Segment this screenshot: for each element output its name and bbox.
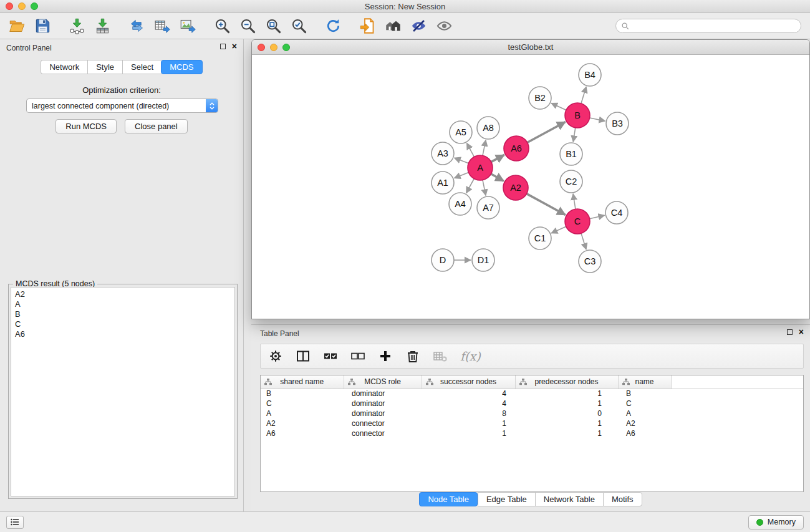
network-node-A8[interactable]: A8 bbox=[477, 117, 499, 139]
network-node-A2[interactable]: A2 bbox=[503, 175, 528, 200]
select-all-icon[interactable] bbox=[323, 349, 338, 364]
network-node-A3[interactable]: A3 bbox=[432, 142, 454, 165]
function-builder-icon[interactable]: f(x) bbox=[460, 349, 481, 363]
network-edge-B-B3[interactable] bbox=[590, 118, 605, 121]
add-column-icon[interactable] bbox=[378, 349, 393, 364]
network-close-button[interactable] bbox=[258, 44, 265, 51]
network-edge-A-A7[interactable] bbox=[483, 180, 486, 196]
network-node-B1[interactable]: B1 bbox=[560, 143, 582, 165]
network-node-B[interactable]: B bbox=[565, 103, 590, 128]
network-edge-C-C1[interactable] bbox=[551, 226, 566, 233]
network-edge-C-C2[interactable] bbox=[573, 194, 576, 209]
save-session-icon[interactable] bbox=[34, 17, 51, 34]
table-cell[interactable]: A bbox=[618, 409, 671, 418]
close-window-button[interactable] bbox=[6, 2, 13, 10]
network-node-D1[interactable]: D1 bbox=[472, 249, 494, 271]
table-cell[interactable]: 1 bbox=[422, 428, 515, 438]
network-node-D[interactable]: D bbox=[432, 249, 454, 271]
network-edge-B-B2[interactable] bbox=[551, 104, 566, 110]
import-network-icon[interactable] bbox=[69, 17, 85, 34]
float-panel-icon[interactable] bbox=[220, 44, 226, 49]
table-cell[interactable]: connector bbox=[344, 418, 422, 428]
network-edge-B-B1[interactable] bbox=[573, 128, 576, 142]
mcds-result-item[interactable]: C bbox=[11, 319, 234, 329]
network-node-A4[interactable]: A4 bbox=[449, 193, 471, 215]
network-edge-B-B4[interactable] bbox=[581, 87, 586, 104]
table-cell[interactable]: 1 bbox=[515, 389, 618, 399]
minimize-window-button[interactable] bbox=[18, 2, 26, 10]
zoom-window-button[interactable] bbox=[31, 2, 38, 10]
close-panel-icon[interactable]: × bbox=[232, 44, 237, 49]
task-history-button[interactable] bbox=[6, 516, 24, 529]
close-panel-button[interactable]: Close panel bbox=[125, 119, 188, 133]
table-cell[interactable]: A2 bbox=[618, 418, 671, 428]
float-table-panel-icon[interactable] bbox=[787, 329, 793, 335]
network-edge-A-A5[interactable] bbox=[467, 143, 475, 157]
criterion-dropdown[interactable]: largest connected component (directed) bbox=[26, 99, 218, 113]
delete-table-icon[interactable] bbox=[433, 349, 448, 364]
network-node-A1[interactable]: A1 bbox=[432, 172, 454, 194]
table-cell[interactable]: 8 bbox=[422, 409, 515, 418]
export-image-icon[interactable] bbox=[180, 17, 196, 34]
network-edge-A-A1[interactable] bbox=[455, 172, 469, 178]
column-header-successor-nodes[interactable]: successor nodes bbox=[422, 375, 515, 389]
export-network-icon[interactable] bbox=[128, 17, 145, 34]
mcds-result-item[interactable]: A bbox=[11, 299, 234, 309]
network-minimize-button[interactable] bbox=[270, 44, 277, 51]
delete-icon[interactable] bbox=[405, 349, 420, 364]
refresh-icon[interactable] bbox=[325, 17, 342, 34]
table-row[interactable]: A2connector11A2 bbox=[261, 418, 803, 428]
tab-edge-table[interactable]: Edge Table bbox=[478, 492, 535, 506]
tab-select[interactable]: Select bbox=[122, 60, 162, 74]
zoom-out-icon[interactable] bbox=[239, 17, 256, 34]
table-cell[interactable]: C bbox=[618, 399, 671, 409]
table-cell[interactable]: C bbox=[261, 399, 344, 409]
network-node-A6[interactable]: A6 bbox=[504, 136, 529, 161]
network-edge-A-A6[interactable] bbox=[491, 155, 504, 162]
tab-network-table[interactable]: Network Table bbox=[535, 492, 603, 506]
memory-button[interactable]: Memory bbox=[748, 515, 804, 530]
network-zoom-button[interactable] bbox=[282, 44, 290, 51]
table-cell[interactable]: 1 bbox=[515, 428, 618, 438]
column-header-shared-name[interactable]: shared name bbox=[261, 375, 344, 389]
tab-motifs[interactable]: Motifs bbox=[603, 492, 642, 506]
network-graph[interactable]: B4B2BB3A5A8A6A3B1AC2A1A2A4A7C4CC1DD1C3 bbox=[252, 55, 809, 319]
run-mcds-button[interactable]: Run MCDS bbox=[55, 119, 117, 133]
mcds-result-item[interactable]: A6 bbox=[11, 329, 234, 339]
table-row[interactable]: Adominator80A bbox=[261, 409, 803, 418]
network-node-C2[interactable]: C2 bbox=[560, 170, 582, 193]
table-cell[interactable]: dominator bbox=[344, 399, 422, 409]
table-cell[interactable]: A bbox=[261, 409, 344, 418]
network-edge-A-A4[interactable] bbox=[466, 179, 475, 193]
network-edge-C-C4[interactable] bbox=[590, 215, 605, 218]
table-row[interactable]: A6connector11A6 bbox=[261, 428, 803, 438]
network-node-C3[interactable]: C3 bbox=[579, 250, 601, 273]
network-edge-A2-C[interactable] bbox=[527, 194, 566, 215]
hide-graphics-icon[interactable] bbox=[410, 17, 427, 34]
column-header-mcds-role[interactable]: MCDS role bbox=[344, 375, 422, 389]
zoom-selected-icon[interactable] bbox=[291, 17, 307, 34]
table-cell[interactable]: 1 bbox=[515, 418, 618, 428]
table-row[interactable]: Bdominator41B bbox=[261, 389, 803, 399]
search-field[interactable] bbox=[615, 19, 801, 33]
column-header-name[interactable]: name bbox=[618, 375, 671, 389]
search-input[interactable] bbox=[632, 22, 796, 31]
show-graphics-icon[interactable] bbox=[436, 17, 453, 34]
network-node-A7[interactable]: A7 bbox=[477, 196, 499, 219]
network-node-A[interactable]: A bbox=[468, 155, 493, 180]
network-window-titlebar[interactable]: testGlobe.txt bbox=[252, 40, 809, 55]
table-settings-gear-icon[interactable] bbox=[268, 349, 283, 364]
import-table-icon[interactable] bbox=[94, 17, 111, 34]
network-edge-A-A3[interactable] bbox=[455, 158, 469, 163]
network-node-B4[interactable]: B4 bbox=[579, 64, 601, 86]
table-cell[interactable]: 4 bbox=[422, 399, 515, 409]
network-node-C4[interactable]: C4 bbox=[605, 201, 628, 224]
column-header-predecessor-nodes[interactable]: predecessor nodes bbox=[515, 375, 618, 389]
network-node-B3[interactable]: B3 bbox=[606, 112, 629, 135]
zoom-in-icon[interactable] bbox=[214, 17, 231, 34]
deselect-all-icon[interactable] bbox=[350, 349, 365, 364]
network-edge-A6-B[interactable] bbox=[528, 122, 566, 143]
network-edge-A-A8[interactable] bbox=[483, 140, 486, 156]
open-file-icon[interactable] bbox=[9, 17, 26, 34]
table-cell[interactable]: B bbox=[261, 389, 344, 399]
